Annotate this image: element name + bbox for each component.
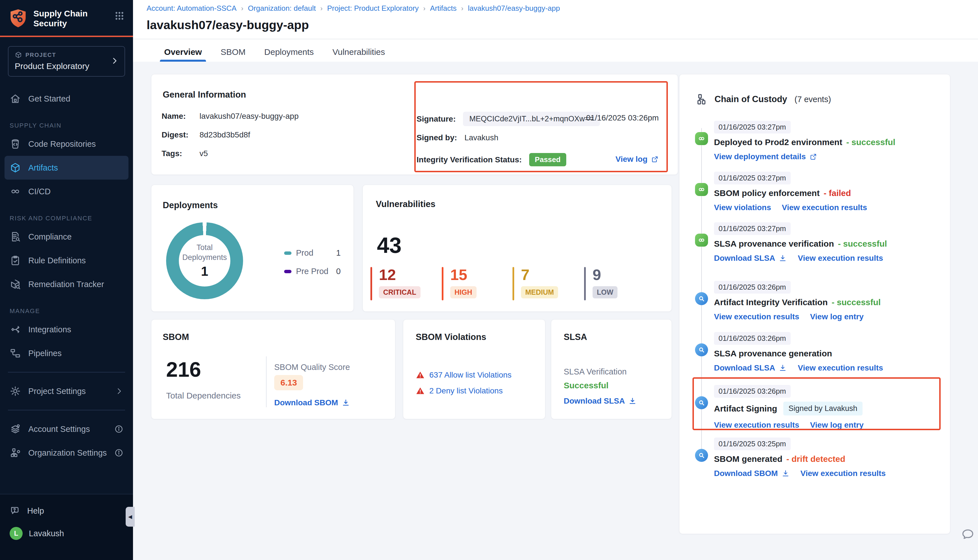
breadcrumb-item[interactable]: Artifacts [430, 4, 457, 13]
severity-count: 7 [521, 266, 529, 283]
event-status: - failed [823, 188, 851, 198]
gi-field-label: Tags: [162, 149, 192, 158]
sidebar-item-pipelines[interactable]: Pipelines [0, 342, 133, 365]
sidebar-item-code-repositories[interactable]: Code Repositories [0, 132, 133, 156]
signed-by-row: Signed by: Lavakush [417, 133, 498, 142]
vulnerabilities-total: 43 [377, 232, 402, 258]
event-title-row: Artifact SigningSigned by Lavakush [714, 402, 935, 415]
signature-row: Signature: MEQCICde2VjIT...bL+2+mqnOXw== [417, 112, 600, 126]
sidebar-item-rule-definitions[interactable]: Rule Definitions [0, 248, 133, 272]
download-sbom-link[interactable]: Download SBOM [274, 398, 350, 407]
view-log-entry-link[interactable]: View log entry [810, 312, 863, 321]
download-icon [628, 397, 637, 405]
sidebar-item-label: Get Started [28, 94, 70, 103]
sidebar-item-label: Rule Definitions [28, 256, 86, 265]
gi-field-value: lavakush07/easy-buggy-app [200, 112, 299, 121]
sidebar-item-project-settings[interactable]: Project Settings [0, 379, 133, 403]
view-execution-results-link[interactable]: View execution results [798, 363, 883, 372]
tab-deployments[interactable]: Deployments [264, 42, 314, 62]
user-menu[interactable]: L Lavakush [0, 522, 133, 545]
sbom-total: 216 [166, 357, 201, 382]
event-status: - successful [832, 298, 881, 307]
severity-bar [512, 267, 514, 300]
download-slsa-link[interactable]: Download SLSA [714, 254, 787, 263]
event-title-row: SLSA provenance verification- successful [714, 239, 935, 248]
project-selector[interactable]: PROJECT Product Exploratory [8, 46, 125, 77]
event-links: Download SLSAView execution results [714, 363, 935, 372]
help-chat-icon [10, 505, 21, 517]
view-execution-results-link[interactable]: View execution results [782, 203, 867, 212]
app-grid-icon[interactable] [114, 11, 125, 22]
legend-swatch [284, 270, 292, 273]
download-slsa-link[interactable]: Download SLSA [714, 363, 787, 372]
tab-overview[interactable]: Overview [164, 42, 202, 62]
download-sbom-link[interactable]: Download SBOM [714, 469, 790, 478]
chain-event: 01/16/2025 03:27pmSLSA provenance verifi… [714, 222, 935, 263]
violation-link[interactable]: 637 Allow list Violations [429, 370, 512, 380]
sidebar-item-label: Organization Settings [28, 448, 107, 458]
view-execution-results-link[interactable]: View execution results [714, 420, 799, 430]
view-execution-results-link[interactable]: View execution results [798, 254, 883, 263]
breadcrumb-item[interactable]: Account: Automation-SSCA [147, 4, 237, 13]
sidebar-item-remediation-tracker[interactable]: Remediation Tracker [0, 272, 133, 296]
home-icon [10, 93, 21, 104]
cube-icon [10, 162, 21, 173]
magnifier-icon [695, 396, 708, 409]
chain-of-custody-title: Chain of Custody [714, 94, 787, 104]
download-icon [342, 398, 350, 407]
sidebar-item-label: Compliance [28, 232, 72, 242]
view-violations-link[interactable]: View violations [714, 203, 771, 212]
warning-icon [416, 386, 425, 395]
sidebar-item-organization-settings[interactable]: Organization Settings [0, 441, 133, 465]
sidebar-item-account-settings[interactable]: Account Settings [0, 417, 133, 441]
legend-count: 0 [336, 267, 341, 276]
sidebar-item-ci-cd[interactable]: CI/CD [0, 180, 133, 203]
violation-link[interactable]: 2 Deny list Violations [429, 386, 502, 395]
signature-value[interactable]: MEQCICde2VjIT...bL+2+mqnOXw== [463, 112, 600, 126]
view-deployment-details-link[interactable]: View deployment details [714, 152, 817, 161]
sbom-card: SBOM 216 Total Dependencies SBOM Quality… [151, 319, 396, 419]
severity-high: 15 HIGH [442, 267, 477, 300]
help-button[interactable]: Help [0, 500, 133, 522]
help-label: Help [27, 506, 44, 516]
download-slsa-link[interactable]: Download SLSA [564, 397, 637, 405]
breadcrumb-item[interactable]: lavakush07/easy-buggy-app [468, 4, 560, 13]
chat-bubble-icon[interactable] [960, 527, 975, 542]
severity-badge: LOW [592, 286, 618, 298]
breadcrumb: Account: Automation-SSCA›Organization: d… [147, 4, 560, 13]
breadcrumb-item[interactable]: Project: Product Exploratory [327, 4, 419, 13]
event-status: - successful [846, 137, 895, 147]
tab-vulnerabilities[interactable]: Vulnerabilities [332, 42, 385, 62]
sidebar-collapse-handle[interactable]: ◀ [126, 507, 135, 527]
legend-label: Prod [296, 248, 313, 258]
view-log-entry-link[interactable]: View log entry [810, 420, 863, 430]
sidebar-item-artifacts[interactable]: Artifacts [5, 156, 129, 180]
sbom-violations-card: SBOM Violations 637 Allow list Violation… [403, 319, 545, 419]
view-log-link[interactable]: View log [616, 155, 659, 164]
breadcrumb-item[interactable]: Organization: default [248, 4, 316, 13]
hierarchy-icon [696, 93, 708, 105]
gi-field-row: Name:lavakush07/easy-buggy-app [162, 112, 299, 121]
tab-sbom[interactable]: SBOM [220, 42, 245, 62]
magnifier-icon [695, 343, 708, 357]
deployments-donut-chart: Total Deployments 1 [166, 222, 243, 299]
view-execution-results-link[interactable]: View execution results [801, 469, 886, 478]
chain-of-custody-header: Chain of Custody (7 events) [696, 93, 831, 105]
event-timestamp: 01/16/2025 03:27pm [714, 121, 791, 133]
sidebar-item-get-started[interactable]: Get Started [0, 87, 133, 111]
event-timestamp: 01/16/2025 03:26pm [714, 332, 791, 345]
sidebar-section-label: RISK AND COMPLIANCE [0, 212, 133, 224]
donut-total: 1 [201, 263, 208, 279]
download-icon [778, 254, 787, 262]
event-title: SLSA provenance generation [714, 349, 832, 358]
sidebar-item-integrations[interactable]: Integrations [0, 318, 133, 342]
slsa-title: SLSA [564, 332, 587, 342]
event-title-row: Deployed to Prod2 environment- successfu… [714, 137, 935, 147]
view-execution-results-link[interactable]: View execution results [714, 312, 799, 321]
sidebar-item-compliance[interactable]: Compliance [0, 225, 133, 248]
box-wrench-icon [10, 278, 21, 290]
sbom-violations-title: SBOM Violations [416, 332, 486, 342]
page-header: Account: Automation-SSCA›Organization: d… [133, 0, 978, 62]
sidebar-item-label: Account Settings [28, 425, 90, 434]
chain-of-custody-panel: Chain of Custody (7 events) 01/16/2025 0… [679, 74, 950, 534]
